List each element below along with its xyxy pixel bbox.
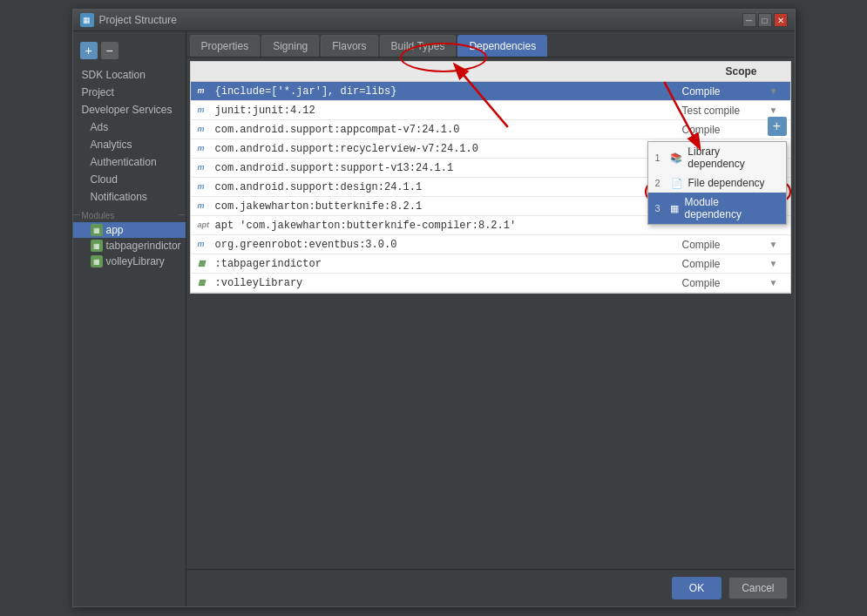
dropdown-num-1: 1 xyxy=(655,152,666,163)
dep-icon-11: ▦ xyxy=(198,278,212,288)
dep-name-3: com.android.support:appcompat-v7:24.1.0 xyxy=(215,124,682,136)
dropdown-num-3: 3 xyxy=(655,203,666,213)
add-dependency-dropdown: 1 📚 Library dependency 2 📄 File dependen… xyxy=(647,141,787,225)
window-body: + − SDK Location Project Developer Servi… xyxy=(73,31,795,606)
dependency-row-11[interactable]: ▦ :volleyLibrary Compile ▼ xyxy=(191,274,790,293)
close-button[interactable]: ✕ xyxy=(774,13,788,27)
dep-name-4: com.android.support:recyclerview-v7:24.1… xyxy=(215,143,682,155)
tab-signing[interactable]: Signing xyxy=(261,35,319,57)
dep-icon-3: m xyxy=(198,125,212,135)
table-wrapper: + 1 📚 Library dependency 2 📄 File depend… xyxy=(186,58,795,569)
dropdown-num-2: 2 xyxy=(655,178,666,188)
sidebar-item-cloud[interactable]: Cloud xyxy=(73,171,186,188)
dependency-row-1[interactable]: m {include=['*.jar'], dir=libs} Compile … xyxy=(191,82,790,101)
module-item-app[interactable]: ▦ app xyxy=(73,222,186,238)
window-icon: ▦ xyxy=(80,13,94,27)
dep-icon-7: m xyxy=(198,201,212,212)
tab-build-types[interactable]: Build Types xyxy=(380,35,457,57)
dep-name-9: org.greenrobot:eventbus:3.0.0 xyxy=(215,239,682,251)
add-item-button[interactable]: + xyxy=(80,42,98,59)
dep-arrow-1: ▼ xyxy=(769,86,783,96)
dep-arrow-2: ▼ xyxy=(769,105,783,115)
sidebar-item-developer-services[interactable]: Developer Services xyxy=(73,101,186,118)
modules-section-header: Modules xyxy=(73,206,186,222)
dep-icon-1: m xyxy=(198,86,212,97)
dep-arrow-9: ▼ xyxy=(769,240,783,249)
dep-icon-5: m xyxy=(198,163,212,173)
dep-name-6: com.android.support:design:24.1.1 xyxy=(215,181,682,193)
bottom-bar: OK Cancel xyxy=(186,569,795,606)
dep-arrow-11: ▼ xyxy=(769,278,783,288)
main-content: Properties Signing Flavors Build Types D… xyxy=(186,31,795,606)
dep-name-5: com.android.support:support-v13:24.1.1 xyxy=(215,162,682,174)
sidebar: + − SDK Location Project Developer Servi… xyxy=(73,31,186,606)
library-icon: 📚 xyxy=(670,152,682,164)
dropdown-item-module[interactable]: 3 ▦ Module dependency xyxy=(648,193,786,224)
col-header-name xyxy=(198,65,679,78)
tab-properties[interactable]: Properties xyxy=(190,35,261,57)
module-dep-icon: ▦ xyxy=(670,203,679,214)
dep-scope-10: Compile xyxy=(682,258,769,270)
sidebar-item-notifications[interactable]: Notifications xyxy=(73,188,186,206)
title-controls: ─ □ ✕ xyxy=(742,13,788,27)
dep-name-1: {include=['*.jar'], dir=libs} xyxy=(215,85,682,98)
module-item-volleylibrary[interactable]: ▦ volleyLibrary xyxy=(73,254,186,269)
dropdown-item-library[interactable]: 1 📚 Library dependency xyxy=(648,142,786,173)
module-item-tabpagerindictor[interactable]: ▦ tabpagerindictor xyxy=(73,238,186,254)
window-title: Project Structure xyxy=(99,14,177,26)
table-header: Scope xyxy=(191,62,790,82)
dropdown-label-library: Library dependency xyxy=(688,146,778,170)
dropdown-item-file[interactable]: 2 📄 File dependency xyxy=(648,173,786,193)
dropdown-label-file: File dependency xyxy=(688,177,765,189)
dep-name-11: :volleyLibrary xyxy=(215,277,682,289)
sidebar-item-ads[interactable]: Ads xyxy=(73,118,186,136)
sidebar-item-analytics[interactable]: Analytics xyxy=(73,136,186,153)
cancel-button[interactable]: Cancel xyxy=(728,577,787,599)
module-icon-app: ▦ xyxy=(91,224,103,236)
dep-scope-3: Compile xyxy=(682,124,769,136)
dep-icon-6: m xyxy=(198,182,212,193)
tabs-bar: Properties Signing Flavors Build Types D… xyxy=(186,31,795,58)
dep-icon-9: m xyxy=(198,240,212,250)
ok-button[interactable]: OK xyxy=(672,577,721,599)
project-structure-window: ▦ Project Structure ─ □ ✕ + − SDK Locati… xyxy=(72,9,796,607)
dependency-row-10[interactable]: ▦ :tabpagerindictor Compile ▼ xyxy=(191,254,790,274)
tab-dependencies[interactable]: Dependencies xyxy=(457,35,547,57)
module-icon-volleylibrary: ▦ xyxy=(91,255,103,267)
dep-name-2: junit:junit:4.12 xyxy=(215,105,682,117)
sidebar-item-authentication[interactable]: Authentication xyxy=(73,153,186,171)
sidebar-top-controls: + − xyxy=(73,38,186,66)
sidebar-item-project[interactable]: Project xyxy=(73,84,186,101)
dependency-row-3[interactable]: m com.android.support:appcompat-v7:24.1.… xyxy=(191,120,790,139)
dep-scope-11: Compile xyxy=(682,277,769,289)
dep-name-10: :tabpagerindictor xyxy=(215,258,682,270)
dep-scope-1: Compile xyxy=(682,85,769,98)
title-bar-left: ▦ Project Structure xyxy=(80,13,177,27)
dep-name-8: apt 'com.jakewharton:butterknife-compile… xyxy=(215,220,682,232)
add-dependency-button[interactable]: + xyxy=(768,117,787,136)
maximize-button[interactable]: □ xyxy=(758,13,772,27)
remove-item-button[interactable]: − xyxy=(101,42,119,59)
dep-icon-4: m xyxy=(198,144,212,154)
dependency-row-2[interactable]: m junit:junit:4.12 Test compile ▼ xyxy=(191,101,790,120)
title-bar: ▦ Project Structure ─ □ ✕ xyxy=(73,10,795,31)
dependency-row-9[interactable]: m org.greenrobot:eventbus:3.0.0 Compile … xyxy=(191,235,790,254)
tab-flavors[interactable]: Flavors xyxy=(321,35,377,57)
dropdown-label-module: Module dependency xyxy=(684,196,778,220)
dep-icon-2: m xyxy=(198,105,212,116)
col-header-scope: Scope xyxy=(679,65,783,78)
dep-icon-8: apt xyxy=(198,220,212,231)
dep-name-7: com.jakewharton:butterknife:8.2.1 xyxy=(215,200,682,213)
file-icon: 📄 xyxy=(671,178,683,189)
dep-arrow-10: ▼ xyxy=(769,259,783,268)
sidebar-item-sdk-location[interactable]: SDK Location xyxy=(73,66,186,84)
dep-scope-2: Test compile xyxy=(682,105,769,117)
dep-icon-10: ▦ xyxy=(198,259,212,269)
module-icon-tabpagerindictor: ▦ xyxy=(91,240,103,252)
minimize-button[interactable]: ─ xyxy=(742,13,756,27)
dep-scope-9: Compile xyxy=(682,239,769,251)
